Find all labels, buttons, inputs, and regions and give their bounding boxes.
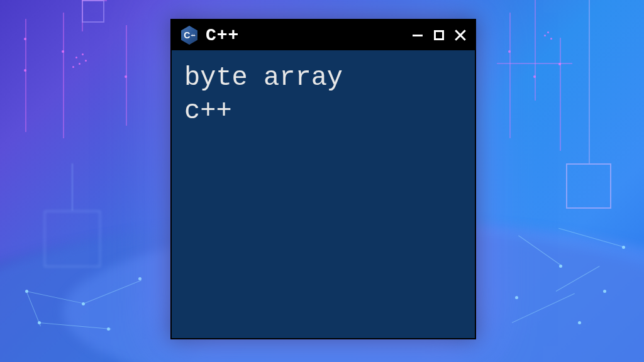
minimize-icon (413, 35, 423, 36)
close-icon (454, 29, 467, 41)
titlebar[interactable]: C++ C++ (172, 20, 475, 50)
close-button[interactable] (453, 28, 467, 42)
window-controls (411, 28, 467, 42)
maximize-button[interactable] (432, 28, 446, 42)
minimize-button[interactable] (411, 28, 425, 42)
cpp-logo-icon: C++ (179, 25, 199, 45)
terminal-content: byte array c++ (172, 50, 475, 139)
maximize-icon (434, 30, 444, 40)
content-line-2: c++ (184, 96, 232, 126)
terminal-window: C++ C++ byte array c++ (170, 19, 476, 339)
window-title: C++ (206, 26, 404, 45)
content-line-1: byte array (184, 63, 343, 93)
